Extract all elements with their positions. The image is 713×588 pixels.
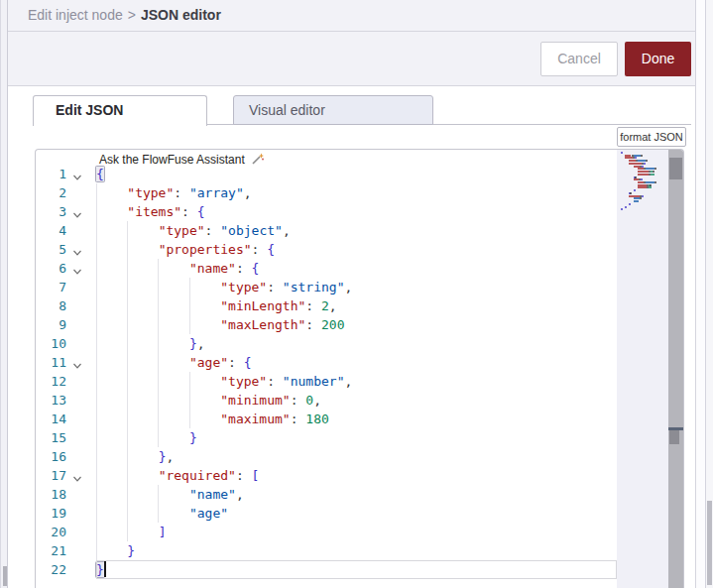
line-number[interactable]: 19 — [36, 504, 66, 523]
line-number[interactable]: 11 — [36, 353, 66, 372]
line-number[interactable]: 8 — [36, 296, 66, 315]
indent-guide — [127, 334, 128, 353]
code-line[interactable]: } — [96, 560, 617, 579]
code-token — [96, 506, 189, 521]
code-line[interactable]: "minimum": 0, — [96, 391, 617, 410]
code-line[interactable]: "maximum": 180 — [96, 410, 617, 428]
indent-guide — [96, 372, 97, 391]
gutter-row[interactable]: 22 — [36, 560, 95, 579]
code-token: { — [267, 242, 275, 257]
code-token — [96, 261, 189, 276]
gutter-row[interactable]: 3 — [36, 202, 95, 221]
gutter-row[interactable]: 9 — [36, 315, 95, 334]
code-line[interactable]: }, — [96, 334, 617, 353]
code-line[interactable]: "minLength": 2, — [96, 296, 617, 315]
line-number[interactable]: 14 — [36, 410, 66, 428]
breadcrumb-parent-link[interactable]: Edit inject node — [28, 7, 123, 23]
line-number[interactable]: 18 — [36, 485, 66, 504]
line-number[interactable]: 5 — [36, 240, 66, 259]
code-line[interactable]: "type": "number", — [96, 372, 617, 391]
code-line[interactable]: "items": { — [96, 202, 617, 221]
line-number[interactable]: 20 — [36, 523, 66, 541]
code-token: "minimum" — [220, 393, 290, 408]
window-scrollbar-thumb[interactable] — [707, 501, 712, 585]
editor-scrollbar-thumb-secondary[interactable] — [669, 430, 679, 444]
gutter-row[interactable]: 1 — [36, 165, 95, 183]
code-line[interactable]: }, — [96, 447, 617, 466]
tab-visual-editor[interactable]: Visual editor — [233, 95, 433, 125]
code-line[interactable]: "name": { — [96, 259, 617, 278]
code-token: "items" — [127, 204, 181, 219]
line-number[interactable]: 22 — [36, 560, 66, 579]
code-line[interactable]: "type": "array", — [96, 183, 617, 202]
tab-edit-json[interactable]: Edit JSON — [33, 95, 207, 126]
line-number[interactable]: 7 — [36, 278, 66, 296]
gutter-row[interactable]: 17 — [36, 466, 95, 485]
editor-scrollbar-thumb[interactable] — [669, 158, 682, 179]
gutter-row[interactable]: 15 — [36, 428, 95, 447]
indent-guide — [96, 278, 97, 296]
editor-scrollbar[interactable] — [668, 150, 683, 588]
code-line[interactable]: "properties": { — [96, 240, 617, 259]
code-line[interactable]: "maxLength": 200 — [96, 315, 617, 334]
code-line[interactable]: } — [96, 541, 617, 560]
gutter-row[interactable]: 14 — [36, 410, 95, 428]
line-number[interactable]: 21 — [36, 541, 66, 560]
minimap-mark — [646, 168, 654, 170]
code-token: "name" — [189, 261, 236, 276]
code-line[interactable]: "required": [ — [96, 466, 617, 485]
indent-guide — [96, 410, 97, 428]
code-line[interactable]: "age": { — [96, 353, 617, 372]
gutter-row[interactable]: 7 — [36, 278, 95, 296]
gutter-row[interactable]: 10 — [36, 334, 95, 353]
gutter-row[interactable]: 11 — [36, 353, 95, 372]
line-number[interactable]: 10 — [36, 334, 66, 353]
code-token: } — [189, 430, 197, 445]
cancel-button[interactable]: Cancel — [540, 42, 618, 76]
gutter-row[interactable]: 12 — [36, 372, 95, 391]
code-token: : — [236, 468, 252, 483]
line-number[interactable]: 3 — [36, 202, 66, 221]
minimap-mark — [649, 186, 652, 188]
gutter-row[interactable]: 2 — [36, 183, 95, 202]
line-number[interactable]: 2 — [36, 183, 66, 202]
code-token: "maximum" — [220, 412, 290, 426]
line-number[interactable]: 16 — [36, 447, 66, 466]
code-line[interactable]: { — [96, 165, 617, 183]
line-number[interactable]: 12 — [36, 372, 66, 391]
code-token: : — [267, 374, 283, 389]
done-button[interactable]: Done — [625, 42, 691, 76]
code-line[interactable]: "name", — [96, 485, 617, 504]
window-scrollbar[interactable] — [706, 0, 713, 588]
indent-guide — [127, 278, 128, 296]
json-code-editor[interactable]: Ask the FlowFuse Assistant 1234567891011… — [35, 149, 684, 588]
line-number[interactable]: 13 — [36, 391, 66, 410]
minimap-mark — [646, 181, 654, 183]
gutter-row[interactable]: 16 — [36, 447, 95, 466]
left-scrollbar-thumb[interactable] — [3, 566, 7, 586]
indent-guide — [158, 315, 159, 334]
line-number[interactable]: 1 — [36, 165, 66, 183]
gutter-row[interactable]: 19 — [36, 504, 95, 523]
code-token: : — [305, 317, 321, 332]
code-line[interactable]: "type": "string", — [96, 278, 617, 296]
gutter-row[interactable]: 13 — [36, 391, 95, 410]
code-line[interactable]: "type": "object", — [96, 221, 617, 240]
minimap[interactable] — [617, 150, 668, 588]
format-json-button[interactable]: format JSON — [617, 127, 686, 147]
code-line[interactable]: ] — [96, 523, 617, 541]
line-number[interactable]: 9 — [36, 315, 66, 334]
gutter-row[interactable]: 6 — [36, 259, 95, 278]
gutter-row[interactable]: 4 — [36, 221, 95, 240]
line-number[interactable]: 4 — [36, 221, 66, 240]
code-line[interactable]: } — [96, 428, 617, 447]
gutter-row[interactable]: 21 — [36, 541, 95, 560]
gutter-row[interactable]: 8 — [36, 296, 95, 315]
gutter-row[interactable]: 18 — [36, 485, 95, 504]
code-line[interactable]: "age" — [96, 504, 617, 523]
gutter-row[interactable]: 20 — [36, 523, 95, 541]
line-number[interactable]: 15 — [36, 428, 66, 447]
line-number[interactable]: 17 — [36, 466, 66, 485]
line-number[interactable]: 6 — [36, 259, 66, 278]
gutter-row[interactable]: 5 — [36, 240, 95, 259]
